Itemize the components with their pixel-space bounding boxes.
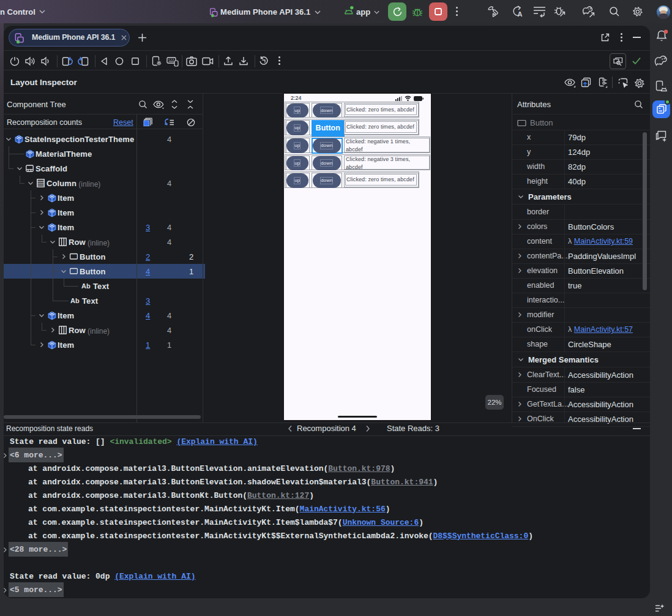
svg-text:A: A	[518, 10, 523, 18]
